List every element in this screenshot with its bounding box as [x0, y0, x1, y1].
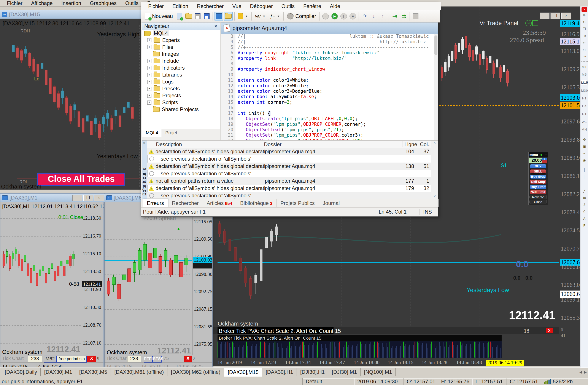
errors-column-header[interactable]: Description [156, 141, 182, 147]
timeframe-mn-button[interactable]: MN [581, 127, 588, 132]
errors-scrollbar[interactable]: ˄ ˅ [431, 140, 438, 199]
mt4-menu-affichage[interactable]: Affichage [27, 0, 57, 6]
mt4-menu-insertion[interactable]: Insertion [58, 0, 85, 6]
editor-tab-rechercher[interactable]: Rechercher [168, 199, 203, 207]
lot-minus-button[interactable]: - [542, 160, 547, 163]
navigator-item-projects[interactable]: +Projects [142, 92, 220, 99]
editor-tab-journal[interactable]: Journal [319, 199, 344, 207]
buy-stop-button[interactable]: Buy Stop [530, 175, 546, 179]
feed-button[interactable]: FEED [144, 356, 153, 362]
error-row[interactable]: !declaration of 'allSymbols' hides globa… [147, 185, 431, 192]
zoom-in-icon[interactable]: ⊕ [581, 12, 588, 18]
expand-icon[interactable]: + [147, 80, 151, 84]
chart-tab[interactable]: [DJI30],H1 [297, 368, 328, 376]
window-minimize-button[interactable]: – [72, 195, 82, 201]
free-period-button[interactable]: free period sta [57, 356, 87, 362]
navigator-tab-projet[interactable]: Projet [162, 129, 181, 137]
mt4-menu-outils[interactable]: Outils [121, 0, 142, 6]
breakpoint-button[interactable] [412, 12, 420, 21]
window-restore-button[interactable]: ❐ [83, 195, 93, 201]
expand-icon[interactable]: + [147, 87, 151, 91]
add-indicator-icon[interactable]: ƒ+ [581, 47, 588, 52]
chart-tab[interactable]: [DAX30],H1 [262, 368, 297, 376]
timeframe-h4-button[interactable]: H4 [581, 104, 588, 109]
editor-menu-edition[interactable]: Edition [168, 3, 192, 9]
sell-limit-button[interactable]: Sell Limit [530, 190, 546, 194]
tab-scroll-left-icon[interactable]: ◂ [578, 368, 584, 376]
mt4-menu-fichier[interactable]: Fichier [3, 0, 26, 6]
equidistant-channel-icon[interactable]: ⫽ [581, 202, 588, 207]
vertical-line-icon[interactable]: │ [581, 174, 588, 180]
start-debug-button[interactable]: ▶ [331, 12, 339, 21]
toolbox-close-icon[interactable]: ✕ [143, 141, 145, 145]
expand-icon[interactable]: + [147, 66, 151, 70]
editor-menu-fenêtre[interactable]: Fenêtre [299, 3, 326, 9]
timeframe-m5-button[interactable]: M5 [581, 72, 588, 77]
chart-m15-titlebar[interactable]: m [DAX30],M15 [0, 10, 142, 19]
chart-tab[interactable]: [DAX30],M15 [224, 368, 262, 377]
navigator-item-shared-projects[interactable]: Shared Projects [142, 106, 220, 113]
navigator-item-images[interactable]: Images [142, 51, 220, 58]
navigator-item-indicators[interactable]: +Indicators [142, 65, 220, 71]
crosshair-icon[interactable]: ┼ [581, 167, 588, 173]
tick-close-button[interactable]: X [184, 356, 192, 362]
reference-button[interactable]: ▼ [236, 12, 250, 21]
errors-column-header[interactable]: Dossier [264, 141, 281, 147]
sess-button[interactable]: SESS [152, 356, 162, 362]
compile-button[interactable]: Compiler [285, 12, 318, 21]
tick-count-box[interactable]: 233 [127, 356, 141, 362]
editor-tab-articles[interactable]: Articles854 [203, 199, 236, 207]
stop-debug-button[interactable]: ■ [349, 12, 357, 21]
editor-menu-outils[interactable]: Outils [277, 3, 299, 9]
scroll-up-icon[interactable]: ˄ [431, 141, 438, 145]
timeframe-w1-button[interactable]: W1 [581, 119, 588, 124]
sell-button[interactable]: SELL [530, 169, 546, 174]
code-scrollbar[interactable] [434, 34, 438, 143]
chart-tab[interactable]: [DAX30],Daily [1, 368, 41, 376]
errors-column-header[interactable]: Ligne [404, 141, 417, 147]
error-row[interactable]: !declaration of 'allSymbols' hides globa… [147, 162, 431, 170]
horizontal-line-icon[interactable]: ─ [581, 181, 588, 187]
run-to-cursor-button[interactable]: ⇉ [400, 12, 408, 21]
reverse-button[interactable]: Reverse [529, 195, 547, 199]
chart-tab[interactable]: [DAX30],M5 [76, 368, 111, 376]
editor-menu-fichier[interactable]: Fichier [144, 3, 168, 9]
navigator-item-files[interactable]: +Files [142, 44, 220, 51]
tick-close-button[interactable]: X [87, 356, 96, 362]
error-row[interactable]: !declaration of 'allSymbols' hides globa… [147, 148, 431, 155]
timeframe-m30-button[interactable]: M30 [581, 88, 588, 93]
expand-icon[interactable]: + [147, 94, 151, 98]
step-into-button[interactable]: ↓ [370, 12, 378, 21]
chart-tab[interactable]: [DAX30],M61 (offline) [111, 368, 168, 376]
expand-icon[interactable]: + [147, 101, 151, 105]
m62-button[interactable]: M62 [44, 356, 57, 362]
buy-button[interactable]: BUY [530, 164, 546, 168]
auto-scroll-icon[interactable]: ⇤ [581, 40, 588, 45]
tick-count-box[interactable]: 233 [28, 356, 42, 362]
expand-icon[interactable]: + [147, 59, 151, 63]
chart-tab[interactable]: [DJI30],M1 [328, 368, 360, 376]
navigator-tab-mql4[interactable]: MQL4 [142, 129, 162, 137]
trade-panel-menu[interactable]: Menu [529, 153, 538, 157]
ellipse-icon[interactable]: ⬯ [581, 209, 588, 214]
continue-button[interactable]: ⇥ [391, 12, 399, 21]
editor-menu-déboguer[interactable]: Déboguer [246, 3, 277, 9]
toggle-toolbox-button[interactable] [224, 12, 233, 21]
symbol-list-icon[interactable]: ≡ [581, 151, 588, 156]
debug-history-button[interactable]: ◔ [321, 12, 330, 21]
chart-shift-icon[interactable]: ⇥ [581, 33, 588, 39]
navigator-item-libraries[interactable]: +Libraries [142, 71, 220, 78]
error-row[interactable]: see previous declaration of 'allSymbols' [147, 192, 431, 199]
step-out-button[interactable]: ↑ [379, 12, 387, 21]
lot-size-input[interactable]: 20.00 [529, 158, 542, 163]
chart-m1-titlebar[interactable]: m [DAX30],M1 – ❐ × [0, 194, 105, 202]
error-row[interactable]: see previous declaration of 'allSymbols' [147, 155, 431, 162]
status-profile[interactable]: Default [302, 378, 354, 385]
new-period-icon[interactable]: ✛ [581, 137, 588, 142]
editor-tab-bibliothèque[interactable]: Bibliothèque3 [236, 199, 276, 207]
expand-icon[interactable]: + [147, 38, 151, 42]
editor-tab-projets-publics[interactable]: Projets Publics [276, 199, 319, 207]
close-button[interactable]: Close [529, 200, 547, 204]
timeframe-d1-button[interactable]: D1 [581, 111, 588, 116]
navigator-root-mql4[interactable]: MQL4 [142, 30, 220, 37]
